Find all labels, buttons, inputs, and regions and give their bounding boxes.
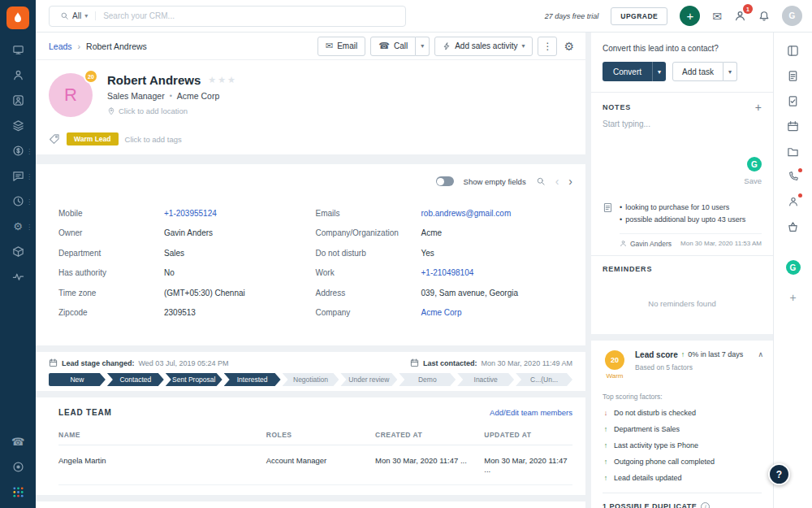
table-row[interactable]: Angela Martin Account Manager Mon 30 Mar… xyxy=(58,445,572,485)
work-phone-value[interactable]: +1-210498104 xyxy=(421,268,474,277)
collapse-chevron-icon[interactable]: ∧ xyxy=(758,350,763,358)
add-location-placeholder[interactable]: Click to add location xyxy=(107,106,237,115)
stage-chip[interactable]: Negotiation xyxy=(283,373,339,386)
search-input[interactable] xyxy=(103,11,399,20)
stage-chip[interactable]: Inactive xyxy=(457,373,514,386)
conversations-icon[interactable] xyxy=(0,163,36,189)
team-member-name[interactable]: Angela Martin xyxy=(58,456,266,474)
convert-block: Convert this lead into a contact? Conver… xyxy=(591,33,773,92)
add-note-icon[interactable]: + xyxy=(755,102,762,113)
grammarly-icon[interactable]: G xyxy=(747,157,762,172)
tasks-icon[interactable] xyxy=(787,94,800,107)
document-icon[interactable] xyxy=(787,69,800,82)
do-not-disturb-value: Yes xyxy=(421,249,434,258)
email-icon[interactable]: ✉ xyxy=(712,11,722,22)
prev-chevron-icon[interactable]: ‹ xyxy=(555,176,559,187)
add-tags-placeholder[interactable]: Click to add tags xyxy=(125,135,182,144)
grammarly-icon[interactable]: G xyxy=(786,260,801,275)
note-doc-icon xyxy=(603,202,613,213)
tag-icon xyxy=(49,133,60,145)
upgrade-button[interactable]: UPGRADE xyxy=(611,7,667,25)
field-row: Mobile+1-203955124 xyxy=(58,203,316,224)
department-value: Sales xyxy=(164,249,184,258)
details-toolbar: Show empty fields ‹ › xyxy=(58,172,572,190)
add-sales-activity-button[interactable]: Add sales activity ▾ xyxy=(434,37,533,56)
next-chevron-icon[interactable]: › xyxy=(568,176,572,187)
settings-icon[interactable]: ⚙ xyxy=(0,214,36,239)
search-scope-dropdown[interactable]: All ▾ xyxy=(56,11,96,20)
stage-chip[interactable]: Sent Proposal xyxy=(166,373,222,386)
lead-tag-chip[interactable]: Warm Lead xyxy=(67,132,119,145)
stage-chip[interactable]: Under review xyxy=(340,373,397,386)
contacts-icon[interactable] xyxy=(0,63,36,88)
team-member-created: Mon 30 Mar, 2020 11:47 ... xyxy=(375,456,484,474)
convert-dropdown-button[interactable]: ▾ xyxy=(652,62,666,81)
help-button[interactable]: ? xyxy=(768,463,790,485)
search-fields-icon[interactable] xyxy=(536,176,546,186)
bell-icon[interactable] xyxy=(758,11,770,22)
marketplace-icon[interactable] xyxy=(787,220,800,233)
stage-chip[interactable]: Contacted xyxy=(107,373,164,386)
phone-icon[interactable]: ☎ xyxy=(0,429,36,454)
phone-icon: ☎ xyxy=(378,41,390,50)
add-edit-team-link[interactable]: Add/Edit team members xyxy=(490,408,572,417)
user-avatar[interactable]: G xyxy=(782,6,802,26)
lead-name: Robert Andrews xyxy=(107,73,201,87)
stage-pipeline: New Contacted Sent Proposal Interested N… xyxy=(49,373,572,386)
stage-chip[interactable]: Demo xyxy=(399,373,456,386)
arrow-down-icon: ↓ xyxy=(603,409,609,417)
call-dropdown-button[interactable]: ▾ xyxy=(416,37,430,56)
info-icon[interactable]: i xyxy=(701,502,710,508)
add-task-dropdown-button[interactable]: ▾ xyxy=(723,62,737,81)
factors-title: Top scoring factors: xyxy=(603,393,762,401)
field-row: Emailsrob.andrews@gmail.com xyxy=(316,203,573,224)
files-icon[interactable] xyxy=(787,145,800,158)
lead-company: Acme Corp xyxy=(177,91,220,101)
stage-chip[interactable]: Interested xyxy=(224,373,281,386)
breadcrumb-separator-icon: › xyxy=(78,41,81,51)
deals-icon[interactable] xyxy=(0,138,36,163)
bolt-icon xyxy=(443,42,451,50)
score-factor: ↓Do not disturb is checked xyxy=(603,409,762,417)
breadcrumb-leads-link[interactable]: Leads xyxy=(49,41,72,51)
note-item[interactable]: •looking to purchase for 10 users •possi… xyxy=(591,193,773,255)
leads-icon[interactable] xyxy=(0,88,36,113)
save-note-button[interactable]: Save xyxy=(744,176,762,185)
activities-icon[interactable] xyxy=(0,189,36,214)
app-switcher-icon[interactable] xyxy=(0,480,36,505)
accounts-icon[interactable] xyxy=(0,113,36,138)
freshcaller-icon[interactable] xyxy=(0,454,36,480)
reminders-title: REMINDERS xyxy=(603,265,652,273)
stage-chip[interactable]: C...(Un... xyxy=(516,373,572,386)
cti-phone-icon[interactable] xyxy=(787,170,800,183)
calendar-icon[interactable] xyxy=(787,119,800,132)
note-editor[interactable]: Start typing... G xyxy=(603,119,762,172)
quick-add-button[interactable]: + xyxy=(680,6,700,26)
stage-chip[interactable]: New xyxy=(49,373,106,386)
page-settings-icon[interactable]: ⚙ xyxy=(562,40,576,53)
analytics-icon[interactable] xyxy=(0,264,36,289)
lead-score-title: Lead score xyxy=(635,350,678,359)
lead-score-value: 20 xyxy=(605,350,624,370)
rating-stars-icon[interactable]: ★★★ xyxy=(208,75,237,85)
show-empty-fields-toggle[interactable] xyxy=(436,176,454,186)
convert-button[interactable]: Convert xyxy=(603,62,652,81)
emails-value[interactable]: rob.andrews@gmail.com xyxy=(421,209,512,218)
fields-left-column: Mobile+1-203955124 OwnerGavin Anders Dep… xyxy=(58,203,316,323)
address-value: 039, Sam avenue, Georgia xyxy=(421,289,519,297)
products-icon[interactable] xyxy=(0,239,36,264)
call-button[interactable]: ☎ Call xyxy=(370,37,416,56)
email-button[interactable]: ✉ Email xyxy=(317,37,365,56)
add-task-button[interactable]: Add task xyxy=(672,62,723,81)
lead-stage-changed: Lead stage changed: Wed 03 Jul, 2019 05:… xyxy=(49,358,228,367)
collapse-panel-icon[interactable] xyxy=(787,44,800,57)
contact-sync-icon[interactable] xyxy=(787,195,800,208)
lead-alerts-icon[interactable]: 1 xyxy=(734,10,746,22)
add-widget-icon[interactable]: + xyxy=(789,292,796,303)
global-search[interactable]: All ▾ xyxy=(49,6,406,27)
mobile-value[interactable]: +1-203955124 xyxy=(164,209,217,218)
freshworks-logo[interactable] xyxy=(6,7,29,29)
more-options-button[interactable]: ⋮ xyxy=(538,37,557,56)
company-link[interactable]: Acme Corp xyxy=(421,308,462,317)
dashboard-icon[interactable] xyxy=(0,37,36,63)
